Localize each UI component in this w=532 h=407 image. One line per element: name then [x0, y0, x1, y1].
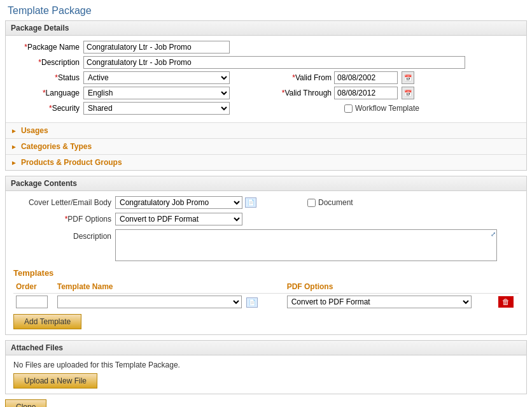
template-pdf-cell: Convert to PDF Format No PDF [284, 294, 496, 311]
cover-letter-select[interactable]: Congratulatory Job Promo [115, 196, 242, 209]
usages-label: Usages [21, 126, 48, 135]
templates-section: Templates Order Template Name PDF Option… [13, 268, 519, 329]
language-validthrough-row: *Language English Spanish *Valid Through… [13, 87, 519, 99]
description-input[interactable] [83, 56, 465, 69]
expand-icon[interactable]: ⤢ [491, 231, 496, 238]
products-label: Products & Product Groups [21, 158, 122, 167]
products-row[interactable]: ► Products & Product Groups [6, 155, 526, 170]
collapsible-sections: ► Usages ► Categories & Types ► Products… [6, 122, 526, 170]
template-pdf-select[interactable]: Convert to PDF Format No PDF [287, 296, 472, 308]
status-select[interactable]: Active Inactive [83, 71, 230, 84]
language-label: *Language [13, 89, 83, 97]
products-arrow-icon: ► [11, 159, 17, 166]
workflow-template-checkbox[interactable] [344, 104, 353, 113]
template-name-icon[interactable]: 📄 [246, 297, 258, 308]
templates-table-header-row: Order Template Name PDF Options [13, 280, 519, 294]
security-workflow-row: *Security Shared Private Workflow Templa… [13, 102, 519, 115]
usages-section: ► Usages [6, 123, 526, 138]
document-checkbox[interactable] [307, 199, 316, 207]
templates-table: Order Template Name PDF Options [13, 280, 519, 310]
description-row: *Description [13, 56, 519, 69]
cover-letter-template-icon[interactable]: 📄 [245, 197, 256, 208]
contents-description-textarea[interactable] [115, 229, 497, 261]
template-order-cell [13, 294, 55, 311]
categories-label: Categories & Types [21, 142, 92, 151]
package-contents-header: Package Contents [6, 176, 526, 191]
categories-section: ► Categories & Types [6, 138, 526, 154]
validthrough-label: *Valid Through [268, 89, 332, 97]
document-area: Document [307, 198, 353, 207]
col-actions [496, 280, 519, 294]
language-select[interactable]: English Spanish [83, 87, 230, 99]
template-row: 📄 Convert to PDF Format No PDF 🗑 [13, 294, 519, 311]
usages-arrow-icon: ► [11, 127, 17, 134]
templates-title: Templates [13, 268, 519, 278]
package-details-body: *Package Name *Description *Status Activ… [6, 36, 526, 122]
products-section: ► Products & Product Groups [6, 154, 526, 170]
col-pdf-options: PDF Options [284, 280, 496, 294]
template-name-select[interactable] [57, 296, 242, 308]
status-validfrom-row: *Status Active Inactive *Valid From 📅 [13, 71, 519, 84]
template-delete-cell: 🗑 [496, 294, 519, 311]
package-details-section: Package Details *Package Name *Descripti… [5, 20, 527, 171]
usages-row[interactable]: ► Usages [6, 123, 526, 138]
add-template-button[interactable]: Add Template [13, 314, 81, 329]
workflow-template-label: Workflow Template [355, 104, 419, 113]
workflow-template-area: Workflow Template [344, 104, 419, 113]
validfrom-calendar-button[interactable]: 📅 [402, 71, 414, 84]
validthrough-calendar-button[interactable]: 📅 [402, 87, 414, 99]
attached-files-header: Attached Files [6, 341, 526, 355]
col-template-name: Template Name [55, 280, 284, 294]
contents-description-wrapper: ⤢ [115, 229, 497, 263]
package-contents-body: Cover Letter/Email Body Congratulatory J… [6, 191, 526, 334]
description-label: *Description [13, 58, 83, 67]
template-name-cell: 📄 [55, 294, 284, 311]
clone-button[interactable]: Clone [5, 399, 46, 407]
categories-arrow-icon: ► [11, 143, 17, 150]
status-label: *Status [13, 73, 83, 82]
page-title: Template Package [0, 0, 532, 20]
pdf-options-label: *PDF Options [13, 215, 115, 224]
security-select[interactable]: Shared Private [83, 102, 230, 115]
cover-letter-label: Cover Letter/Email Body [13, 198, 115, 207]
contents-description-label: Description [13, 229, 115, 241]
contents-description-row: Description ⤢ [13, 229, 519, 263]
validthrough-fields: *Valid Through 📅 [268, 87, 414, 99]
validfrom-input[interactable] [334, 71, 398, 84]
template-delete-button[interactable]: 🗑 [498, 296, 514, 308]
attached-files-body: No Files are uploaded for this Template … [6, 355, 526, 394]
attached-files-section: Attached Files No Files are uploaded for… [5, 340, 527, 394]
categories-row[interactable]: ► Categories & Types [6, 139, 526, 154]
name-row: *Package Name [13, 41, 519, 54]
validfrom-fields: *Valid From 📅 [268, 71, 414, 84]
add-template-area: Add Template [13, 310, 519, 329]
package-contents-section: Package Contents Cover Letter/Email Body… [5, 176, 527, 335]
name-label: *Package Name [13, 43, 83, 52]
no-files-text: No Files are uploaded for this Template … [13, 361, 519, 369]
security-label: *Security [13, 104, 83, 113]
cover-letter-row: Cover Letter/Email Body Congratulatory J… [13, 196, 519, 209]
package-details-header: Package Details [6, 21, 526, 36]
document-label: Document [318, 198, 353, 207]
col-order: Order [13, 280, 55, 294]
name-input[interactable] [83, 41, 230, 54]
pdf-options-row: *PDF Options Convert to PDF Format No PD… [13, 213, 519, 225]
upload-new-file-button[interactable]: Upload a New File [13, 373, 97, 389]
validfrom-label: *Valid From [268, 73, 332, 82]
template-order-input[interactable] [16, 296, 48, 308]
pdf-options-select[interactable]: Convert to PDF Format No PDF [115, 213, 242, 225]
validthrough-input[interactable] [334, 87, 398, 99]
